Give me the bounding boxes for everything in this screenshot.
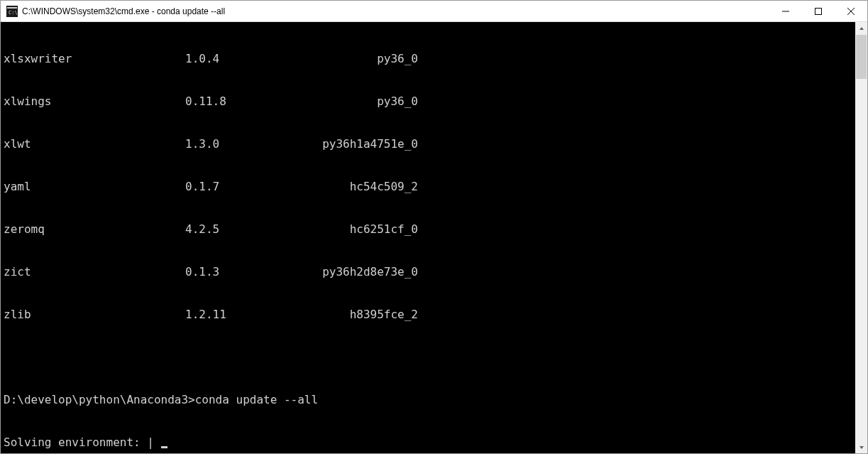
status-text: Solving environment: | <box>4 436 161 449</box>
package-build: hc6251cf_0 <box>304 222 418 237</box>
blank-line <box>4 350 855 364</box>
svg-marker-8 <box>859 446 864 449</box>
package-row: xlsxwriter1.0.4py36_0 <box>4 52 855 66</box>
prompt-line: D:\develop\python\Anaconda3>conda update… <box>4 393 855 407</box>
vertical-scrollbar[interactable] <box>855 22 867 453</box>
package-build: py36_0 <box>304 94 418 109</box>
close-button[interactable] <box>835 1 867 21</box>
package-name: xlsxwriter <box>4 52 185 66</box>
package-name: yaml <box>4 180 185 194</box>
svg-rect-4 <box>815 8 822 14</box>
scrollbar-up-arrow-icon[interactable] <box>855 22 867 34</box>
package-name: xlwt <box>4 137 185 151</box>
package-name: xlwings <box>4 94 185 109</box>
package-build: py36_0 <box>304 52 418 66</box>
terminal-area: xlsxwriter1.0.4py36_0 xlwings0.11.8py36_… <box>1 22 867 453</box>
package-build: py36h1a4751e_0 <box>304 137 418 151</box>
svg-marker-7 <box>859 27 864 30</box>
package-row: yaml0.1.7hc54c509_2 <box>4 180 855 194</box>
svg-text:C:\: C:\ <box>9 10 18 16</box>
package-version: 1.0.4 <box>185 52 304 66</box>
package-version: 1.2.11 <box>185 308 304 322</box>
svg-rect-1 <box>7 7 17 9</box>
package-version: 0.11.8 <box>185 94 304 109</box>
prompt-command: conda update --all <box>195 393 318 406</box>
window-title: C:\WINDOWS\system32\cmd.exe - conda upda… <box>22 6 769 16</box>
package-name: zlib <box>4 308 185 322</box>
package-version: 0.1.7 <box>185 180 304 194</box>
package-version: 4.2.5 <box>185 222 304 237</box>
package-name: zict <box>4 265 185 279</box>
package-row: zict0.1.3py36h2d8e73e_0 <box>4 265 855 279</box>
package-name: zeromq <box>4 222 185 237</box>
minimize-button[interactable] <box>769 1 802 21</box>
cmd-icon: C:\ <box>6 6 18 17</box>
cursor-icon <box>161 446 167 448</box>
window-controls <box>769 1 867 21</box>
cmd-window: C:\ C:\WINDOWS\system32\cmd.exe - conda … <box>0 0 868 454</box>
scrollbar-down-arrow-icon[interactable] <box>855 441 867 453</box>
prompt-path: D:\develop\python\Anaconda3> <box>4 393 195 406</box>
scrollbar-track[interactable] <box>855 34 867 441</box>
package-build: h8395fce_2 <box>304 308 418 322</box>
package-row: zeromq4.2.5hc6251cf_0 <box>4 222 855 237</box>
status-line: Solving environment: | <box>4 436 855 450</box>
package-build: py36h2d8e73e_0 <box>304 265 418 279</box>
package-row: zlib1.2.11h8395fce_2 <box>4 308 855 322</box>
package-build: hc54c509_2 <box>304 180 418 194</box>
terminal-output[interactable]: xlsxwriter1.0.4py36_0 xlwings0.11.8py36_… <box>1 22 855 453</box>
titlebar[interactable]: C:\ C:\WINDOWS\system32\cmd.exe - conda … <box>1 1 867 22</box>
package-version: 1.3.0 <box>185 137 304 151</box>
package-row: xlwings0.11.8py36_0 <box>4 94 855 109</box>
package-row: xlwt1.3.0py36h1a4751e_0 <box>4 137 855 151</box>
scrollbar-thumb[interactable] <box>856 35 867 79</box>
maximize-button[interactable] <box>802 1 835 21</box>
package-version: 0.1.3 <box>185 265 304 279</box>
